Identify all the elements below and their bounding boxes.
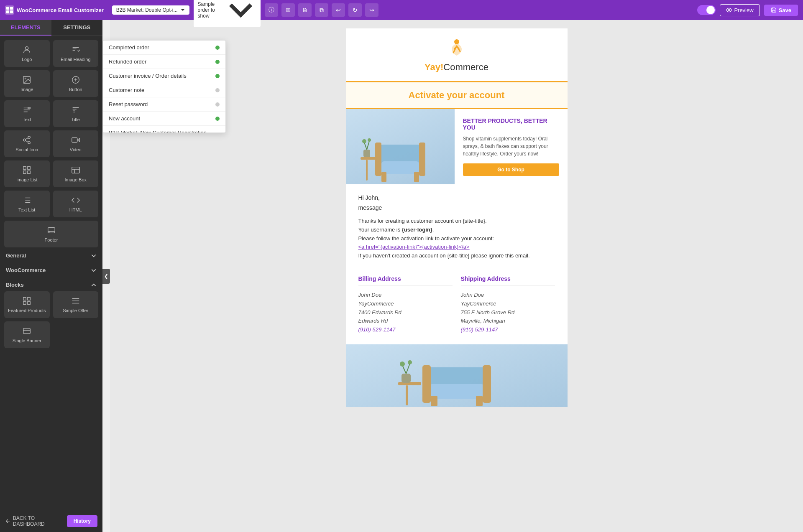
- svg-rect-23: [72, 167, 79, 173]
- dropdown-item-refunded-order[interactable]: Refunded order: [103, 55, 225, 69]
- shipping-info: John Doe YayCommerce 755 E North Grove R…: [461, 291, 555, 334]
- tab-elements[interactable]: ELEMENTS: [0, 20, 51, 36]
- social-icon-element: [21, 135, 33, 145]
- svg-rect-64: [431, 396, 437, 406]
- elements-grid: Logo Email Heading Image: [4, 40, 98, 217]
- order-selector[interactable]: Sample order to show: [194, 0, 261, 27]
- svg-rect-35: [23, 298, 26, 300]
- element-email-heading[interactable]: Email Heading: [53, 40, 99, 67]
- single-banner-icon: [21, 326, 33, 336]
- svg-rect-55: [363, 150, 370, 157]
- email-body-text-2: Your username is {user-login}.: [358, 226, 555, 234]
- svg-line-16: [26, 138, 28, 140]
- element-html[interactable]: HTML: [53, 191, 99, 217]
- svg-rect-42: [23, 328, 31, 334]
- billing-address: Billing Address John Doe YayCommerce 740…: [358, 275, 453, 334]
- arrow-left-icon: [5, 518, 11, 524]
- go-to-shop-button[interactable]: Go to Shop: [463, 163, 559, 176]
- svg-line-57: [367, 141, 369, 150]
- email-body-section: Hi John, message Thanks for creating a c…: [346, 184, 568, 344]
- dropdown-item-reset-password[interactable]: Reset password: [103, 97, 225, 112]
- section-blocks[interactable]: Blocks: [4, 277, 98, 291]
- status-dot: [215, 102, 220, 107]
- activate-banner: Activate your account: [346, 82, 568, 109]
- redo-button[interactable]: ↪: [365, 3, 378, 17]
- element-video[interactable]: Video: [53, 130, 99, 157]
- undo-button[interactable]: ↩: [332, 3, 345, 17]
- element-logo[interactable]: Logo: [4, 40, 50, 67]
- svg-rect-17: [72, 138, 77, 143]
- block-simple-offer[interactable]: Simple Offer: [53, 291, 99, 318]
- svg-rect-48: [381, 161, 419, 174]
- sidebar-collapse-button[interactable]: ❮: [102, 269, 110, 284]
- status-dot: [215, 88, 220, 92]
- svg-point-3: [25, 78, 26, 79]
- element-image-box[interactable]: Image Box: [53, 160, 99, 187]
- email-logo-section: Yay!Commerce: [346, 28, 568, 82]
- svg-rect-54: [366, 160, 368, 181]
- billing-label: Billing Address: [358, 275, 453, 286]
- save-button[interactable]: Save: [764, 5, 798, 16]
- preview-button[interactable]: Preview: [720, 4, 760, 16]
- dropdown-item-new-account[interactable]: New account: [103, 112, 225, 126]
- refresh-button[interactable]: ↻: [348, 3, 362, 17]
- hero-text: Shop vitamin supplements today! Oral spr…: [463, 135, 559, 158]
- element-image-list[interactable]: Image List: [4, 160, 50, 187]
- featured-products-icon: [21, 296, 33, 305]
- email-icon-button[interactable]: ✉: [281, 3, 295, 17]
- history-button[interactable]: History: [67, 515, 97, 527]
- element-text[interactable]: Text: [4, 100, 50, 127]
- element-button[interactable]: Button: [53, 70, 99, 97]
- block-featured-products[interactable]: Featured Products: [4, 291, 50, 318]
- svg-point-1: [26, 47, 28, 50]
- dropdown-item-b2b-pending[interactable]: B2B Market: New Customer Registration - …: [103, 126, 225, 132]
- back-to-dashboard-button[interactable]: BACK TO DASHBOARD: [5, 515, 67, 527]
- element-social-icon[interactable]: Social Icon: [4, 130, 50, 157]
- email-type-selector[interactable]: B2B Market: Double Opt-i...: [112, 5, 189, 15]
- email-logo: Yay!Commerce: [354, 37, 559, 73]
- eye-icon: [726, 7, 732, 13]
- toggle-switch[interactable]: [697, 5, 716, 15]
- info-button[interactable]: ⓘ: [265, 3, 278, 17]
- svg-point-13: [23, 139, 26, 141]
- dropdown-item-customer-invoice[interactable]: Customer invoice / Order details: [103, 69, 225, 83]
- button-element-icon: [70, 75, 82, 84]
- email-message: message: [358, 204, 555, 211]
- shipping-address: Shipping Address John Doe YayCommerce 75…: [461, 275, 555, 334]
- footer-element-icon: [46, 226, 57, 235]
- copy-button[interactable]: ⧉: [315, 3, 328, 17]
- logo-brand: Yay!Commerce: [425, 62, 488, 73]
- chevron-down-icon: [180, 8, 185, 13]
- hero-content: BETTER PRODUCTS, BETTER YOU Shop vitamin…: [455, 109, 568, 184]
- svg-rect-22: [28, 171, 30, 173]
- dropdown-list: Completed order Refunded order Customer …: [103, 41, 225, 132]
- image-box-icon: [70, 165, 82, 175]
- svg-point-72: [408, 360, 412, 364]
- document-button[interactable]: 🗎: [298, 3, 312, 17]
- yay-commerce-logo-icon: [444, 37, 469, 62]
- svg-line-70: [406, 364, 410, 374]
- chevron-down-icon: [91, 267, 97, 273]
- element-text-list[interactable]: Text List: [4, 191, 50, 217]
- section-general[interactable]: General: [4, 247, 98, 262]
- second-banner-image: [346, 344, 568, 407]
- svg-point-14: [28, 142, 31, 144]
- tab-settings[interactable]: SETTINGS: [51, 20, 103, 36]
- dropdown-item-customer-note[interactable]: Customer note: [103, 83, 225, 97]
- status-dot: [215, 117, 220, 121]
- simple-offer-icon: [70, 296, 82, 305]
- element-image[interactable]: Image: [4, 70, 50, 97]
- email-container: Yay!Commerce Activate your account: [346, 28, 568, 407]
- address-section: Billing Address John Doe YayCommerce 740…: [358, 269, 555, 334]
- image-list-icon: [21, 165, 33, 175]
- hero-banner-section: BETTER PRODUCTS, BETTER YOU Shop vitamin…: [346, 109, 568, 184]
- svg-rect-50: [419, 143, 425, 176]
- element-footer[interactable]: Footer: [4, 221, 98, 247]
- element-title[interactable]: T Title: [53, 100, 99, 127]
- sidebar-tabs: ELEMENTS SETTINGS: [0, 20, 102, 36]
- block-single-banner[interactable]: Single Banner: [4, 321, 50, 348]
- hero-image: [346, 109, 455, 184]
- svg-point-58: [362, 139, 366, 143]
- dropdown-item-completed-order[interactable]: Completed order: [103, 41, 225, 55]
- section-woocommerce[interactable]: WooCommerce: [4, 262, 98, 277]
